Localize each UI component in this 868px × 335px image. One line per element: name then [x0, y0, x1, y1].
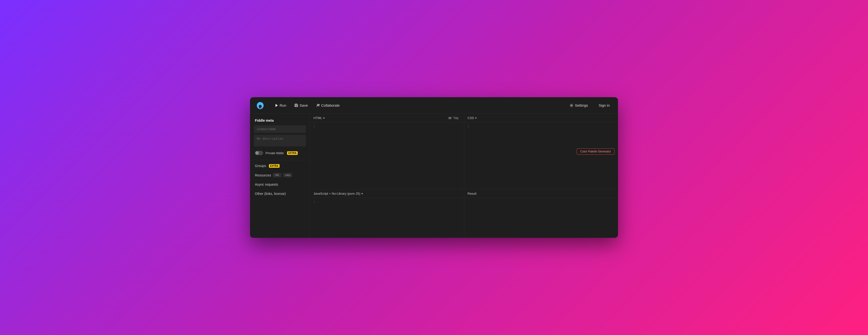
collaborate-button[interactable]: Collaborate [313, 102, 343, 109]
private-fiddle-toggle[interactable] [255, 151, 263, 155]
settings-button[interactable]: Settings [566, 102, 591, 109]
editors-bottom: JavaScript + No-Library (pure JS) 1 [310, 189, 618, 238]
settings-label: Settings [575, 103, 588, 107]
header-actions: Run Save Collaborate [271, 102, 566, 109]
js-line-1: 1 [313, 200, 315, 204]
tidy-button[interactable]: Tidy [446, 116, 460, 120]
collaborate-icon [316, 104, 320, 107]
fiddle-meta-title: Fiddle meta [250, 117, 310, 125]
header-right: Settings Sign in [566, 102, 613, 109]
css-editor-body[interactable]: 1 [464, 122, 618, 189]
main-content: Fiddle meta Private fiddle EXTRA Groups … [250, 114, 618, 238]
async-requests-label: Async requests [255, 183, 278, 187]
fiddle-description-input[interactable] [254, 135, 306, 146]
js-editor-body[interactable]: 1 [310, 198, 464, 238]
run-icon [275, 104, 278, 107]
css-line-1: 1 [468, 125, 469, 128]
save-button[interactable]: Save [291, 102, 311, 109]
url-badge: URL [273, 173, 281, 177]
groups-nav-item[interactable]: Groups EXTRA [250, 161, 310, 170]
jsfiddle-logo [255, 100, 266, 111]
other-label: Other (links, license) [255, 192, 286, 196]
css-dropdown-icon [475, 117, 477, 119]
resources-label: Resources [255, 173, 271, 177]
result-header: Result [464, 189, 618, 198]
html-lang-label: HTML [313, 116, 325, 120]
html-editor-header: HTML Tidy [310, 114, 464, 122]
collaborate-label: Collaborate [321, 103, 340, 107]
svg-point-5 [317, 104, 318, 105]
svg-marker-2 [275, 104, 278, 107]
groups-extra-badge: EXTRA [269, 164, 280, 168]
save-label: Save [300, 103, 308, 107]
signin-label: Sign in [598, 103, 610, 107]
js-editor-header: JavaScript + No-Library (pure JS) [310, 189, 464, 198]
toggle-knob [255, 151, 259, 155]
private-fiddle-row: Private fiddle EXTRA [250, 148, 310, 159]
html-editor-pane: HTML Tidy [310, 114, 464, 189]
header: Run Save Collaborate [250, 97, 618, 114]
svg-rect-3 [296, 104, 297, 105]
fiddle-title-input[interactable] [254, 125, 306, 133]
html-editor-body[interactable]: 1 [310, 122, 464, 189]
app-window: Run Save Collaborate [250, 97, 618, 238]
js-editor-pane: JavaScript + No-Library (pure JS) 1 [310, 189, 464, 238]
result-pane: Result [464, 189, 618, 238]
async-requests-nav-item[interactable]: Async requests [250, 180, 310, 189]
js-dropdown-icon [361, 193, 363, 195]
css-editor-pane: CSS Color Palette Generator 1 [464, 114, 618, 189]
svg-marker-12 [475, 117, 477, 119]
svg-marker-13 [361, 193, 363, 194]
svg-rect-4 [295, 106, 297, 107]
svg-point-6 [318, 104, 319, 105]
css-lang-label: CSS [468, 116, 477, 120]
color-palette-button[interactable]: Color Palette Generator [577, 148, 615, 155]
html-line-1: 1 [313, 125, 315, 128]
cdnjs-badge: cdnjs [283, 173, 292, 177]
tidy-label: Tidy [453, 116, 459, 120]
settings-icon [569, 104, 574, 107]
color-palette-label: Color Palette Generator [580, 150, 611, 153]
editor-area: HTML Tidy [310, 114, 618, 238]
private-fiddle-label: Private fiddle [266, 151, 284, 155]
result-body [464, 198, 618, 238]
logo-area [255, 100, 266, 111]
svg-point-0 [259, 104, 260, 105]
result-label: Result [468, 192, 476, 195]
sidebar-divider-1 [250, 160, 310, 160]
signin-button[interactable]: Sign in [595, 102, 613, 109]
svg-point-7 [571, 105, 572, 106]
editors-top: HTML Tidy [310, 114, 618, 189]
svg-point-1 [261, 104, 262, 105]
sidebar: Fiddle meta Private fiddle EXTRA Groups … [250, 114, 310, 238]
private-extra-badge: EXTRA [287, 151, 298, 155]
save-icon [294, 104, 298, 107]
html-dropdown-icon [323, 117, 325, 119]
resources-nav-item[interactable]: Resources URL cdnjs [250, 170, 310, 180]
js-lang-label: JavaScript + No-Library (pure JS) [313, 192, 363, 195]
css-editor-header: CSS Color Palette Generator [464, 114, 618, 122]
tidy-icon [448, 117, 452, 119]
groups-label: Groups [255, 164, 266, 168]
svg-marker-8 [323, 117, 325, 119]
run-button[interactable]: Run [271, 102, 290, 109]
other-nav-item[interactable]: Other (links, license) [250, 189, 310, 198]
run-label: Run [280, 103, 286, 107]
